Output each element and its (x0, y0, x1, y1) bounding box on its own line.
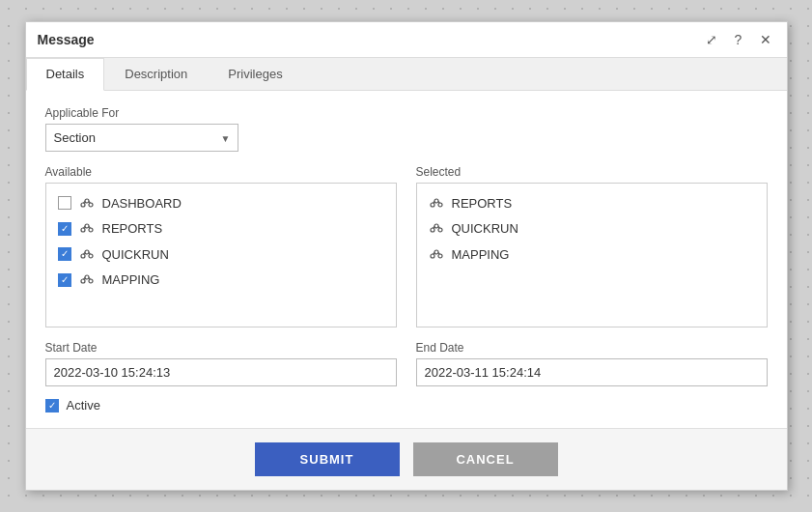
list-item: REPORTS (54, 217, 388, 242)
svg-point-16 (81, 279, 85, 283)
svg-point-6 (81, 228, 85, 232)
modal-overlay: Message ⤢ ? ✕ Details Description Privil… (0, 0, 812, 512)
list-item: MAPPING (425, 242, 759, 267)
modal-body: Details Description Privileges Applicabl… (26, 58, 787, 428)
expand-icon[interactable]: ⤢ (702, 30, 721, 49)
svg-line-3 (83, 201, 85, 203)
applicable-for-wrapper: Section ▼ (45, 124, 238, 152)
reports-available-label: REPORTS (102, 221, 163, 236)
available-column: Available (45, 165, 397, 327)
submit-button[interactable]: SUBMIT (255, 442, 400, 476)
quickrun-selected-label: QUICKRUN (452, 221, 518, 236)
mapping-available-label: MAPPING (102, 272, 160, 287)
svg-point-20 (434, 199, 438, 203)
selected-list: REPORTS (416, 183, 768, 327)
list-item: QUICKRUN (54, 242, 388, 267)
header-icons: ⤢ ? ✕ (702, 30, 775, 49)
available-list: DASHBOARD (45, 183, 397, 327)
svg-line-9 (89, 227, 91, 229)
svg-line-13 (83, 252, 85, 254)
active-checkbox[interactable] (45, 399, 59, 412)
svg-point-32 (438, 254, 442, 258)
mapping-selected-label: MAPPING (452, 247, 510, 262)
svg-point-26 (431, 228, 434, 232)
modal-title: Message (38, 32, 95, 47)
cancel-button[interactable]: CANCEL (413, 442, 558, 476)
svg-line-8 (83, 227, 85, 229)
svg-line-28 (433, 227, 434, 229)
two-columns: Available (45, 165, 768, 327)
reports-checkbox[interactable] (58, 222, 71, 236)
quickrun-checkbox[interactable] (58, 247, 71, 261)
svg-point-11 (81, 254, 85, 258)
list-item: QUICKRUN (425, 217, 759, 242)
help-icon[interactable]: ? (729, 30, 748, 49)
svg-line-4 (89, 201, 91, 203)
svg-point-31 (431, 254, 434, 258)
svg-line-24 (438, 201, 440, 203)
available-label: Available (45, 165, 397, 179)
svg-point-1 (81, 203, 85, 207)
quickrun-icon (79, 246, 95, 263)
start-date-field: Start Date (45, 341, 397, 386)
tabs: Details Description Privileges (26, 58, 787, 91)
tab-details[interactable]: Details (26, 58, 105, 91)
svg-point-2 (89, 203, 93, 207)
start-date-input[interactable] (45, 358, 397, 386)
svg-point-10 (85, 250, 89, 254)
end-date-input[interactable] (416, 358, 768, 386)
svg-point-25 (434, 224, 438, 228)
modal-footer: SUBMIT CANCEL (26, 428, 787, 490)
quickrun-available-label: QUICKRUN (102, 247, 169, 262)
reports-selected-label: REPORTS (452, 196, 513, 211)
active-row: Active (45, 398, 768, 412)
svg-point-22 (438, 203, 442, 207)
svg-point-17 (89, 279, 93, 283)
svg-line-34 (438, 252, 440, 254)
reports-icon (79, 221, 95, 238)
svg-line-23 (433, 201, 434, 203)
active-label: Active (67, 398, 100, 412)
svg-point-5 (85, 224, 89, 228)
tab-description[interactable]: Description (104, 58, 208, 90)
dashboard-checkbox[interactable] (58, 196, 71, 210)
list-item: REPORTS (425, 191, 759, 215)
dashboard-icon (79, 195, 95, 212)
selected-label: Selected (416, 165, 768, 179)
end-date-field: End Date (416, 341, 768, 386)
tab-content: Applicable For Section ▼ Available (26, 91, 787, 428)
start-date-label: Start Date (45, 341, 397, 355)
modal-header: Message ⤢ ? ✕ (26, 22, 787, 58)
mapping-checkbox[interactable] (58, 273, 71, 287)
reports-selected-icon (429, 195, 444, 212)
svg-line-14 (89, 252, 91, 254)
modal: Message ⤢ ? ✕ Details Description Privil… (25, 21, 788, 491)
mapping-selected-icon (429, 246, 444, 263)
date-row: Start Date End Date (45, 341, 768, 386)
mapping-icon (79, 272, 95, 289)
dashboard-item-label: DASHBOARD (102, 196, 182, 211)
applicable-for-label: Applicable For (45, 106, 768, 120)
svg-line-33 (433, 252, 434, 254)
svg-point-21 (431, 203, 434, 207)
svg-point-27 (438, 228, 442, 232)
end-date-label: End Date (416, 341, 768, 355)
tab-privileges[interactable]: Privileges (208, 58, 302, 90)
applicable-for-select[interactable]: Section (45, 124, 238, 152)
svg-point-12 (89, 254, 93, 258)
svg-line-29 (438, 227, 440, 229)
quickrun-selected-icon (429, 221, 444, 238)
selected-column: Selected (416, 165, 768, 327)
close-icon[interactable]: ✕ (756, 30, 775, 49)
svg-point-7 (89, 228, 93, 232)
list-item: DASHBOARD (54, 191, 388, 215)
svg-point-0 (85, 199, 89, 203)
svg-point-15 (85, 275, 89, 279)
svg-point-30 (434, 250, 438, 254)
svg-line-18 (83, 278, 85, 280)
list-item: MAPPING (54, 269, 388, 293)
svg-line-19 (89, 278, 91, 280)
